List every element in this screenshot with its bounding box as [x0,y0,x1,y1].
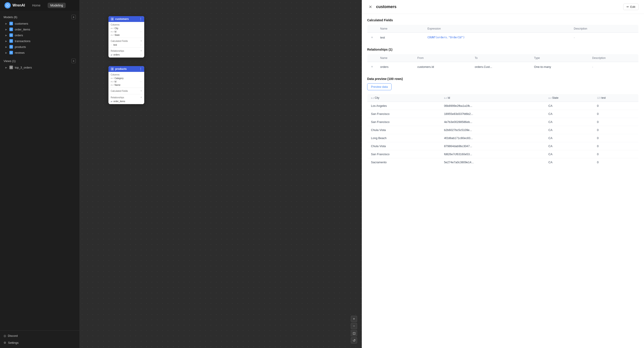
preview-row: Chula Vista b2b6027bc5c5109e... CA 0 [368,126,639,134]
customers-rel-orders: ⇌ orders ⋮ [108,53,144,56]
calc-row-expression: COUNT(orders."OrderId") [424,33,570,42]
preview-col-test: 123 test [594,94,639,102]
products-model-card[interactable]: ⊙ products ⋮ Columns A-Z Category A-Z Id… [108,66,144,104]
customers-rel-orders-menu[interactable]: ⋮ [140,54,142,56]
views-section-header: Views (1) + [0,57,80,65]
sidebar-item-label: orders [15,34,23,37]
canvas: ⊙ customers ⋮ Columns A-Z City A-Z Id ⋯ … [80,0,362,348]
preview-col-id: a-z Id [440,94,545,102]
zoom-in-button[interactable]: + [351,316,357,322]
customers-columns-label: Columns [108,23,144,27]
products-rel-label-row: Relationships + [108,95,144,100]
right-panel-content: Calculated Fields Name Expression Descri… [362,14,644,348]
rel-row-add[interactable]: + [368,62,377,72]
right-panel-header: ✕ customers ✏ Edit [362,0,644,14]
sidebar-item-transactions[interactable]: ▶ ⊙ transactions [0,38,80,44]
customers-calc-label-row: Calculated Fields + [108,39,144,43]
preview-id-0: 06b8999e2fba1a1fb... [440,102,545,110]
calc-desc-header: Description [570,25,639,33]
customers-card-menu[interactable]: ⋮ [139,18,142,21]
products-calc-label: Calculated Fields [111,90,128,92]
sidebar-item-reviews[interactable]: ▶ ⊙ reviews [0,50,80,56]
sidebar-item-customers[interactable]: ▶ ⊙ customers [0,21,80,27]
customers-rel-section: Relationships + ⇌ orders ⋮ [108,48,144,58]
preview-row: San Francisco 18955e83d337fd6b2... CA 0 [368,110,639,118]
sidebar-item-orders[interactable]: ▶ ⊙ orders [0,32,80,38]
logo: WrenAI [4,2,25,9]
models-section-label: Models (6) [4,16,17,19]
preview-test-4: 0 [594,134,639,142]
preview-data-button[interactable]: Preview data [367,83,392,90]
edit-button[interactable]: ✏ Edit [623,4,639,10]
customers-calc-test-menu[interactable]: ⋮ [140,44,142,46]
preview-city-3: Chula Vista [368,126,440,134]
nav-home[interactable]: Home [30,3,42,8]
products-rel-menu[interactable]: ⋮ [140,100,142,103]
close-panel-button[interactable]: ✕ [367,4,374,10]
customers-calc-section: Calculated Fields + ⋯ test ⋮ [108,38,144,48]
test-col-type-icon: 123 [597,97,601,99]
products-calc-add[interactable]: + [140,89,142,92]
id-col-type-icon: a-z [444,97,448,99]
sidebar-item-order-items[interactable]: ▶ ⊙ order_items [0,27,80,32]
customers-rel-add[interactable]: + [140,49,142,52]
sidebar-item-label: order_items [15,28,30,31]
sidebar-item-top3orders[interactable]: ▶ ⊙ top_3_orders [0,65,80,70]
preview-test-7: 0 [594,158,639,166]
products-card-title: products [115,67,126,71]
city-col-type-icon: a-z [371,97,375,99]
preview-city-2: San Francisco [368,118,440,126]
model-icon: ⊙ [10,45,13,49]
preview-id-2: 4e7b3e00288586eb... [440,118,545,126]
sidebar: Models (6) + ▶ ⊙ customers ▶ ⊙ order_ite… [0,11,80,330]
preview-state-3: CA [545,126,594,134]
add-view-button[interactable]: + [71,59,76,63]
preview-state-6: CA [545,150,594,158]
zoom-out-button[interactable]: − [351,323,357,329]
preview-state-4: CA [545,134,594,142]
products-card-menu[interactable]: ⋮ [139,67,142,71]
logo-text: WrenAI [12,3,25,8]
preview-row: Sacramento 5e274e7a0c3809e14... CA 0 [368,158,639,166]
id-col-label: Id [448,96,450,99]
preview-state-7: CA [545,158,594,166]
settings-link[interactable]: ⚙ Settings [4,340,76,345]
preview-title: Data preview (100 rows) [367,77,639,81]
settings-label: Settings [8,341,18,344]
customers-model-card[interactable]: ⊙ customers ⋮ Columns A-Z City A-Z Id ⋯ … [108,16,144,58]
preview-state-2: CA [545,118,594,126]
preview-id-6: fd826e7cf63160e53... [440,150,545,158]
panel-title-row: ✕ customers [367,4,396,10]
nav-modeling[interactable]: Modeling [48,3,66,8]
products-columns-section: Columns A-Z Category A-Z Id ⋯ A-Z Name [108,72,144,88]
customers-calc-add[interactable]: + [140,39,142,43]
zoom-refresh-button[interactable]: ↺ [351,337,357,343]
sidebar-item-label: reviews [15,51,24,54]
products-rel-orderitems: ⇌ order_items ⋮ [108,100,144,103]
edit-label: Edit [630,5,635,9]
chevron-icon: ▶ [5,28,7,31]
add-model-button[interactable]: + [71,15,76,19]
zoom-fit-button[interactable]: ⊡ [351,330,357,336]
sidebar-item-label: transactions [15,39,30,43]
preview-test-1: 0 [594,110,639,118]
rel-type-header: Type [530,54,588,62]
rel-row-orders: + orders customers.Id orders.Cust... One… [368,62,639,72]
products-rel-label: Relationships [111,96,124,99]
customers-rel-label: Relationships [111,50,124,52]
calc-row-add[interactable]: + [368,33,377,42]
preview-state-1: CA [545,110,594,118]
state-col-type-icon: a-z [548,97,552,99]
chevron-icon: ▶ [5,46,7,48]
sidebar-item-products[interactable]: ▶ ⊙ products [0,44,80,50]
products-rel-add[interactable]: + [140,96,142,99]
preview-col-city: a-z City [368,94,440,102]
rel-to-header: To [471,54,530,62]
preview-id-4: 4f2d8ab171c80ec83... [440,134,545,142]
city-col-label: City [375,96,380,99]
discord-link[interactable]: ◎ Discord [4,333,76,338]
preview-id-3: b2b6027bc5c5109e... [440,126,545,134]
products-col-id: A-Z Id ⋯ [108,80,144,83]
model-icon: ⊙ [10,51,13,54]
customers-col-city: A-Z City [108,27,144,30]
